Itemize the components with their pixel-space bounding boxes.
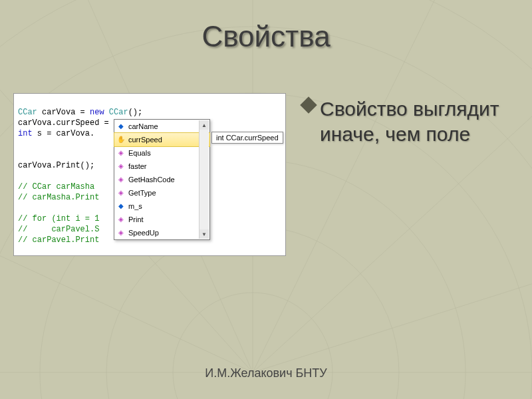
intellisense-item-label: SpeedUp xyxy=(128,229,159,237)
code-comment: // CCar carMasha xyxy=(18,182,94,192)
intellisense-item-label: Equals xyxy=(128,149,151,157)
bullet-diamond-icon xyxy=(300,96,317,113)
slide-root: Свойства Свойство выглядит иначе, чем по… xyxy=(0,0,532,399)
field-icon: ◆ xyxy=(116,201,126,211)
code-token: new xyxy=(90,108,104,117)
intellisense-item-label: m_s xyxy=(128,202,142,210)
code-token: CCar xyxy=(104,108,128,117)
method-icon: ◈ xyxy=(116,148,126,158)
bullet-label: Свойство выглядит иначе, чем поле xyxy=(320,96,509,146)
method-icon: ◈ xyxy=(116,175,126,184)
svg-line-10 xyxy=(253,0,532,372)
intellisense-scrollbar[interactable]: ▲ ▼ xyxy=(199,120,209,239)
scroll-down-icon[interactable]: ▼ xyxy=(200,229,209,239)
intellisense-item-label: currSpeed xyxy=(128,136,162,144)
code-comment: // for (int i = 1 xyxy=(18,214,99,223)
intellisense-item-label: Print xyxy=(128,215,144,223)
body-text: Свойство выглядит иначе, чем поле xyxy=(303,96,509,146)
intellisense-item[interactable]: ◈ faster xyxy=(114,160,209,173)
intellisense-item-selected[interactable]: ✋ currSpeed xyxy=(114,132,210,147)
code-token: s = carVova. xyxy=(33,129,95,138)
intellisense-item[interactable]: ◈ GetHashCode xyxy=(114,173,209,186)
svg-point-0 xyxy=(173,293,332,399)
slide-title: Свойства xyxy=(0,20,532,53)
method-icon: ◈ xyxy=(116,215,126,224)
slide-footer: И.М.Желакович БНТУ xyxy=(0,366,532,380)
intellisense-item-label: GetHashCode xyxy=(128,176,175,184)
bullet-item: Свойство выглядит иначе, чем поле xyxy=(303,96,509,146)
code-comment: // carMasha.Print xyxy=(18,193,99,202)
intellisense-popup[interactable]: ◆ carName ✋ currSpeed ◈ Equals ◈ faster … xyxy=(114,119,210,240)
code-comment: // carPavel.S xyxy=(18,225,99,234)
code-token: carVova = xyxy=(37,108,90,117)
intellisense-item-label: GetType xyxy=(128,189,156,197)
intellisense-item[interactable]: ◈ SpeedUp xyxy=(114,226,209,239)
intellisense-tooltip: int CCar.currSpeed xyxy=(211,132,283,144)
method-icon: ◈ xyxy=(116,228,126,237)
scroll-up-icon[interactable]: ▲ xyxy=(200,120,209,130)
field-icon: ◆ xyxy=(116,122,126,131)
svg-line-9 xyxy=(253,0,532,372)
code-line: carVova.Print(); xyxy=(18,161,94,170)
property-icon: ✋ xyxy=(116,135,126,144)
intellisense-item[interactable]: ◈ Equals xyxy=(114,146,209,160)
intellisense-item-label: carName xyxy=(128,122,158,130)
code-editor[interactable]: CCar carVova = new CCar(); carVova.currS… xyxy=(13,93,286,256)
code-token: (); xyxy=(128,108,143,117)
code-comment: // carPavel.Print xyxy=(18,235,99,245)
code-token: CCar xyxy=(18,108,37,117)
code-token: int xyxy=(18,129,33,138)
intellisense-item[interactable]: ◆ carName xyxy=(114,120,209,133)
svg-line-11 xyxy=(253,200,532,372)
intellisense-item[interactable]: ◈ Print xyxy=(114,213,209,226)
intellisense-item-label: faster xyxy=(128,162,147,170)
method-icon: ◈ xyxy=(116,162,126,171)
intellisense-item[interactable]: ◈ GetType xyxy=(114,186,209,200)
intellisense-item[interactable]: ◆ m_s xyxy=(114,200,209,213)
method-icon: ◈ xyxy=(116,188,126,198)
